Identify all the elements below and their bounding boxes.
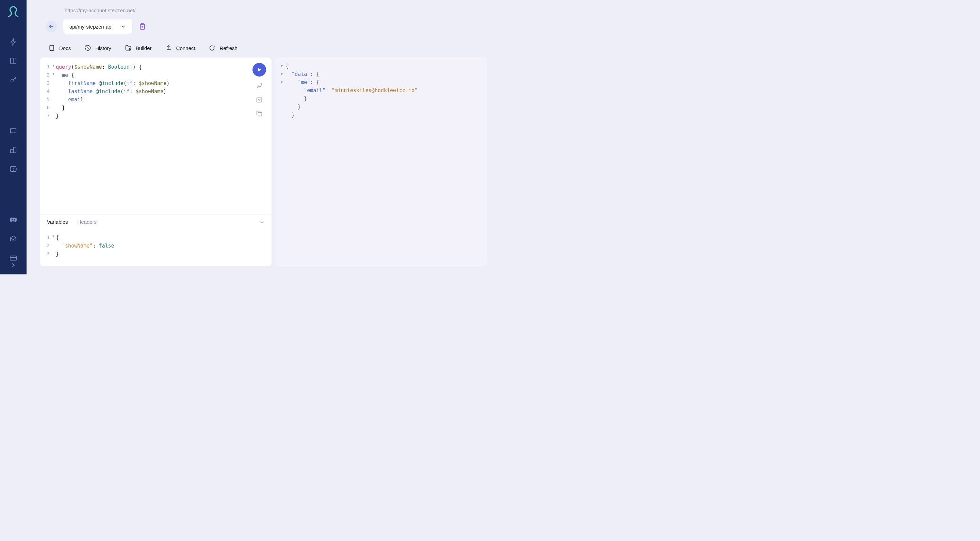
book-icon[interactable] <box>10 127 17 135</box>
svg-rect-7 <box>10 256 16 260</box>
layout-icon[interactable] <box>10 57 17 65</box>
bolt-icon[interactable] <box>10 38 17 46</box>
svg-rect-13 <box>50 46 54 51</box>
prettify-icon[interactable] <box>256 82 263 90</box>
blocks-icon[interactable] <box>10 146 17 154</box>
sidebar <box>0 0 27 274</box>
topbar: https://my-account.stepzen.net/ api/my-s… <box>32 0 495 34</box>
card-icon[interactable] <box>10 254 17 262</box>
discord-icon[interactable] <box>10 216 17 224</box>
svg-point-2 <box>11 79 13 82</box>
main-area: https://my-account.stepzen.net/ api/my-s… <box>27 0 501 274</box>
clipboard-icon[interactable] <box>138 23 146 30</box>
refresh-button[interactable]: Refresh <box>208 44 237 51</box>
connect-button[interactable]: Connect <box>165 44 195 51</box>
tab-headers[interactable]: Headers <box>77 219 97 225</box>
url-display: https://my-account.stepzen.net/ <box>65 8 135 13</box>
query-panel: 1▼query($showName: Boolean!) { 2▼ me { 3… <box>40 57 272 266</box>
variables-editor[interactable]: 1▼{ 2 "showName": false 3} <box>40 227 272 266</box>
response-panel: ▼{ ▼ "data": { ▼ "me": { "email": "minni… <box>275 57 487 266</box>
back-button[interactable] <box>46 21 57 32</box>
svg-point-6 <box>13 170 14 170</box>
history-button[interactable]: History <box>84 44 111 51</box>
response-output[interactable]: ▼{ ▼ "data": { ▼ "me": { "email": "minni… <box>281 62 481 119</box>
query-editor[interactable]: 1▼query($showName: Boolean!) { 2▼ me { 3… <box>40 57 272 214</box>
logo-icon <box>7 5 19 18</box>
collapse-chevron-icon[interactable] <box>259 219 265 225</box>
svg-rect-4 <box>14 147 16 153</box>
run-button[interactable] <box>253 63 266 76</box>
copy-icon[interactable] <box>256 110 263 117</box>
svg-rect-18 <box>258 112 262 116</box>
merge-icon[interactable] <box>256 96 263 104</box>
key-icon[interactable] <box>10 76 17 84</box>
tab-variables[interactable]: Variables <box>47 219 68 225</box>
api-selector-dropdown[interactable]: api/my-stepzen-api <box>63 19 132 34</box>
builder-button[interactable]: Builder <box>125 44 152 51</box>
bottom-tabs: Variables Headers <box>40 214 272 227</box>
expand-chevron-icon[interactable] <box>11 262 15 270</box>
toolbar: Docs History Builder Connect Refresh <box>40 38 487 57</box>
chevron-down-icon <box>120 24 126 30</box>
alert-icon[interactable] <box>10 165 17 173</box>
docs-button[interactable]: Docs <box>48 44 71 51</box>
api-path-label: api/my-stepzen-api <box>69 24 113 30</box>
inbox-icon[interactable] <box>10 235 17 243</box>
svg-rect-3 <box>11 150 13 153</box>
workspace: Docs History Builder Connect Refresh <box>40 38 487 266</box>
